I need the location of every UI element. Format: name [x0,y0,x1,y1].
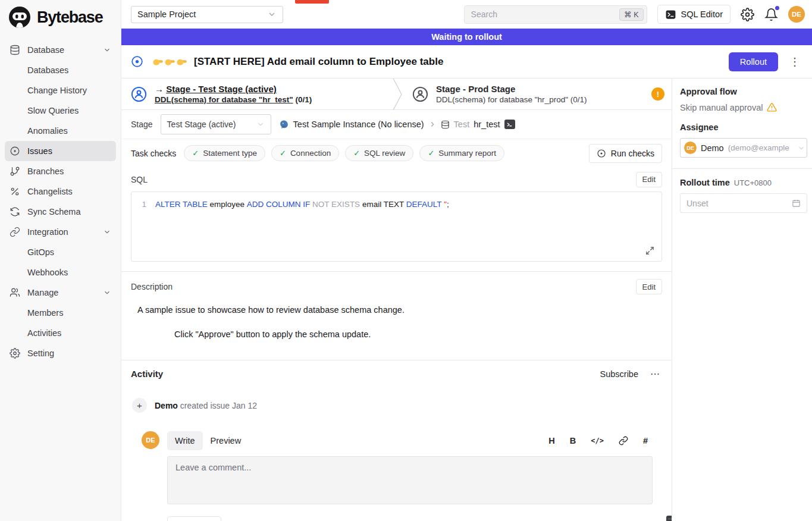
check-pill-connection[interactable]: ✓ Connection [271,145,339,161]
activity-menu-kebab[interactable]: ⋯ [650,368,660,379]
rollout-button[interactable]: Rollout [729,52,778,71]
sql-editor-button[interactable]: SQL Editor [657,5,731,24]
branch-icon [10,166,20,177]
sidebar-item-label: Slow Queries [27,106,79,115]
database-icon [441,120,450,129]
check-pill-sql-review[interactable]: ✓ SQL review [345,145,413,161]
chevron-down-icon [797,144,805,152]
check-pill-statement-type[interactable]: ✓ Statement type [184,145,265,161]
sidebar-item-changelists[interactable]: Changelists [5,181,116,202]
subscribe-link[interactable]: Subscribe [600,369,638,379]
topbar: Sample Project ⌘ K SQL Editor DE [121,0,812,29]
comment-input[interactable] [167,456,653,504]
stage-person-icon-active [131,86,147,102]
settings-gear-button[interactable] [741,8,754,21]
sidebar-item-label: Anomalies [27,126,68,136]
postgres-icon [279,120,289,130]
description-edit-button[interactable]: Edit [636,279,662,294]
stage-person-icon [412,86,428,102]
comment-avatar: DE [142,431,159,449]
issue-sidebar: Approval flow Skip manual approval Assig… [672,79,812,521]
bytebase-logo[interactable]: Bytebase [0,0,121,34]
link-format-icon[interactable] [619,436,628,445]
stage-title-link[interactable]: Stage - Test Stage (active) [166,84,277,94]
sidebar-item-label: Manage [27,288,58,297]
search-input[interactable] [471,10,620,19]
sql-edit-button[interactable]: Edit [636,172,662,187]
sidebar-item-members[interactable]: Members [5,303,116,323]
assignee-select[interactable]: DE Demo (demo@example [680,138,807,158]
sql-label: SQL [131,175,148,184]
sidebar-item-manage[interactable]: Manage [5,283,116,303]
status-banner: Waiting to rollout [121,29,812,45]
issue-header: [START HERE] Add email column to Employe… [121,45,812,79]
calendar-icon [792,199,801,208]
sidebar-item-anomalies[interactable]: Anomalies [5,121,116,141]
user-avatar[interactable]: DE [788,6,805,23]
task-checks-label: Task checks [131,149,176,158]
stage-task-link[interactable]: DDL(schema) for database "hr_test" [155,95,293,104]
sidebar-item-slow-queries[interactable]: Slow Queries [5,101,116,121]
search-box[interactable]: ⌘ K [464,5,647,24]
task-checks-row: Task checks ✓ Statement type ✓ Connectio… [121,139,672,167]
comment-submit-button[interactable]: Comment [167,516,221,521]
assignee-label: Assignee [680,123,807,132]
database-link[interactable]: hr_test [474,120,500,129]
warning-triangle-icon [767,102,777,112]
comment-editor: DE ⋯ Write Preview H B </> # [131,431,662,521]
check-success-icon: ✓ [428,149,434,158]
sidebar-item-integration[interactable]: Integration [5,222,116,242]
sidebar-item-issues[interactable]: Issues [5,141,116,161]
bold-format-icon[interactable]: B [570,436,576,445]
sidebar-item-change-history[interactable]: Change History [5,80,116,101]
sync-icon [10,206,20,217]
activity-entry: + Demo created issue Jan 12 [132,398,662,413]
expand-editor-icon[interactable] [645,246,654,255]
sidebar-item-label: Branches [27,167,64,176]
sidebar-item-database[interactable]: Database [5,40,116,60]
stage-title: Stage - Prod Stage [436,84,587,94]
run-checks-button[interactable]: Run checks [589,144,662,163]
recording-strip [295,0,329,4]
check-success-icon: ✓ [280,149,286,158]
sidebar-item-activities[interactable]: Activities [5,323,116,343]
run-checks-label: Run checks [611,149,654,158]
page-title: [START HERE] Add email column to Employe… [194,56,443,68]
sidebar-item-label: Changelists [27,187,73,196]
sidebar-item-label: Activities [27,328,61,338]
sidebar-item-webhooks[interactable]: Webhooks [5,262,116,283]
sidebar-item-label: Webhooks [27,268,68,277]
open-in-sql-editor-icon[interactable] [504,120,515,129]
sidebar-item-label: Setting [27,349,54,358]
notification-bell-button[interactable] [764,8,778,21]
sidebar-item-label: GitOps [27,247,54,257]
sql-editor[interactable]: 1ALTER TABLE employee ADD COLUMN IF NOT … [131,192,662,262]
approval-flow-label: Approval flow [680,87,807,96]
stage-select[interactable]: Test Stage (active) [161,114,271,134]
issue-menu-kebab[interactable]: ⋮ [789,55,800,68]
stage-card-prod[interactable]: Stage - Prod Stage DDL(schema) for datab… [403,79,672,109]
stage-card-test[interactable]: → Stage - Test Stage (active) DDL(schema… [121,79,393,109]
chevron-down-icon [267,10,277,19]
instance-link[interactable]: Test Sample Instance (No license) [293,120,424,129]
activity-user: Demo [155,401,178,410]
tab-write[interactable]: Write [167,431,203,450]
point-right-emoji [152,56,164,67]
run-icon [597,149,606,158]
stage-strip: → Stage - Test Stage (active) DDL(schema… [121,79,672,110]
environment-prefix: Test [454,120,470,129]
heading-format-icon[interactable]: H [548,436,554,445]
sidebar-item-databases[interactable]: Databases [5,60,116,80]
project-select[interactable]: Sample Project [131,6,283,23]
sidebar-item-branches[interactable]: Branches [5,161,116,181]
sidebar-item-label: Database [27,45,64,55]
hash-format-icon[interactable]: # [643,436,648,445]
sql-section-header: SQL Edit [121,167,672,192]
tab-preview[interactable]: Preview [203,431,249,450]
sidebar-item-gitops[interactable]: GitOps [5,242,116,262]
sidebar-item-setting[interactable]: Setting [5,343,116,363]
sidebar-item-sync-schema[interactable]: Sync Schema [5,202,116,222]
code-format-icon[interactable]: </> [591,437,604,445]
check-pill-summary-report[interactable]: ✓ Summary report [419,145,504,161]
rollout-time-picker[interactable]: Unset [680,193,807,213]
